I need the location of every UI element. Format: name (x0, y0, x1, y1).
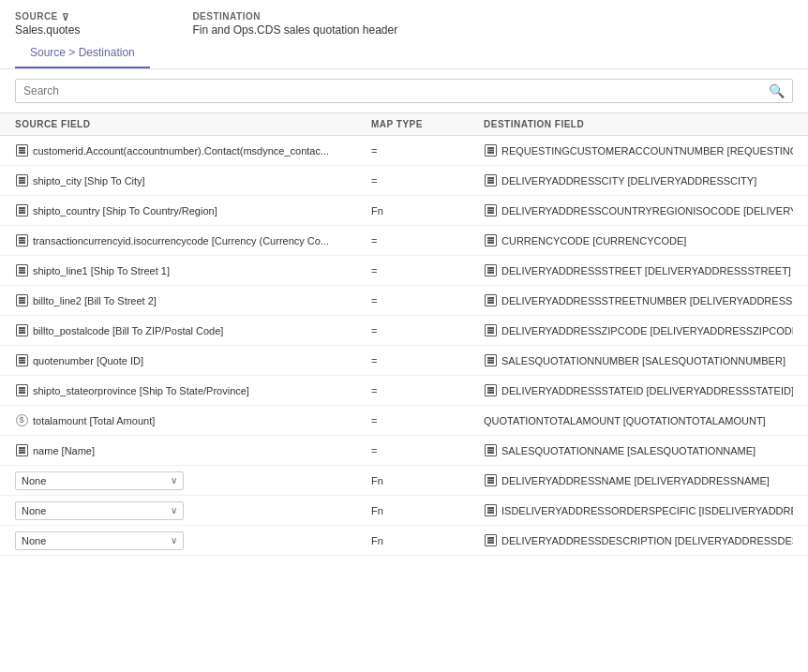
map-type-cell: = (371, 445, 484, 456)
field-icon (484, 504, 497, 517)
dest-cell: SALESQUOTATIONNUMBER [SALESQUOTATIONNUMB… (484, 354, 793, 367)
dest-text: SALESQUOTATIONNUMBER [SALESQUOTATIONNUMB… (501, 355, 786, 366)
dest-text: DELIVERYADDRESSDESCRIPTION [DELIVERYADDR… (501, 535, 793, 546)
destination-label: DESTINATION (192, 11, 397, 22)
table-row: quotenumber [Quote ID]=SALESQUOTATIONNUM… (0, 346, 808, 376)
dest-text: CURRENCYCODE [CURRENCYCODE] (501, 235, 686, 246)
search-input[interactable] (23, 84, 769, 97)
table-row: shipto_country [Ship To Country/Region]F… (0, 196, 808, 226)
dest-text: DELIVERYADDRESSSTREETNUMBER [DELIVERYADD… (501, 295, 793, 306)
table-row: shipto_city [Ship To City]=DELIVERYADDRE… (0, 166, 808, 196)
dest-text: DELIVERYADDRESSCITY [DELIVERYADDRESSCITY… (501, 175, 756, 187)
source-cell: shipto_city [Ship To City] (15, 174, 371, 187)
map-type-cell: = (371, 265, 484, 276)
source-cell: None∨ (15, 531, 371, 550)
table-body: customerid.Account(accountnumber).Contac… (0, 136, 808, 556)
field-icon (484, 324, 497, 337)
source-cell: customerid.Account(accountnumber).Contac… (15, 144, 371, 157)
table-row: shipto_stateorprovince [Ship To State/Pr… (0, 376, 808, 406)
col-source-field: SOURCE FIELD (15, 119, 371, 129)
field-icon (484, 234, 497, 247)
table-row: name [Name]=SALESQUOTATIONNAME [SALESQUO… (0, 436, 808, 466)
source-text: transactioncurrencyid.isocurrencycode [C… (33, 235, 329, 246)
dest-text: DELIVERYADDRESSZIPCODE [DELIVERYADDRESSZ… (501, 325, 793, 336)
map-type-cell: Fn (371, 205, 484, 217)
destination-value: Fin and Ops.CDS sales quotation header (192, 23, 397, 37)
map-type-cell: Fn (371, 475, 484, 486)
source-cell: billto_line2 [Bill To Street 2] (15, 294, 371, 307)
table-row: None∨FnISDELIVERYADDRESSORDERSPECIFIC [I… (0, 496, 808, 526)
table-row: None∨FnDELIVERYADDRESSNAME [DELIVERYADDR… (0, 466, 808, 496)
map-type-cell: Fn (371, 505, 484, 516)
field-icon (15, 384, 28, 397)
none-dropdown[interactable]: None∨ (15, 501, 184, 520)
search-icon: 🔍 (769, 83, 785, 98)
source-text: shipto_stateorprovince [Ship To State/Pr… (33, 385, 249, 396)
table-row: shipto_line1 [Ship To Street 1]=DELIVERY… (0, 256, 808, 286)
dest-cell: QUOTATIONTOTALAMOUNT [QUOTATIONTOTALAMOU… (484, 415, 793, 426)
table-header: SOURCE FIELD MAP TYPE DESTINATION FIELD (0, 112, 808, 136)
field-icon (484, 174, 497, 187)
map-type-cell: = (371, 325, 484, 336)
field-icon (15, 324, 28, 337)
source-cell: None∨ (15, 471, 371, 490)
source-text: shipto_country [Ship To Country/Region] (33, 205, 217, 217)
source-cell: transactioncurrencyid.isocurrencycode [C… (15, 234, 371, 247)
source-header: SOURCE Sales.quotes (15, 11, 80, 37)
dest-cell: DELIVERYADDRESSDESCRIPTION [DELIVERYADDR… (484, 534, 793, 547)
table-row: $totalamount [Total Amount]=QUOTATIONTOT… (0, 406, 808, 436)
col-dest-field: DESTINATION FIELD (484, 119, 793, 129)
source-text: shipto_city [Ship To City] (33, 175, 145, 187)
destination-header: DESTINATION Fin and Ops.CDS sales quotat… (192, 11, 397, 37)
source-cell: name [Name] (15, 444, 371, 457)
map-type-cell: = (371, 415, 484, 426)
dest-text: DELIVERYADDRESSSTATEID [DELIVERYADDRESSS… (501, 385, 793, 396)
map-type-cell: = (371, 175, 484, 187)
source-text: shipto_line1 [Ship To Street 1] (33, 265, 170, 276)
breadcrumb[interactable]: Source > Destination (15, 42, 150, 68)
field-icon (15, 294, 28, 307)
field-icon (15, 264, 28, 277)
source-text: billto_line2 [Bill To Street 2] (33, 295, 157, 306)
dest-cell: DELIVERYADDRESSZIPCODE [DELIVERYADDRESSZ… (484, 324, 793, 337)
field-icon (484, 474, 497, 487)
source-label: SOURCE (15, 11, 80, 22)
field-icon (484, 204, 497, 217)
search-bar[interactable]: 🔍 (15, 79, 793, 103)
source-cell: shipto_line1 [Ship To Street 1] (15, 264, 371, 277)
dest-text: DELIVERYADDRESSSTREET [DELIVERYADDRESSST… (501, 265, 791, 276)
field-icon (484, 294, 497, 307)
source-text: customerid.Account(accountnumber).Contac… (33, 145, 329, 157)
field-icon (15, 234, 28, 247)
col-map-type: MAP TYPE (371, 119, 484, 129)
dest-cell: DELIVERYADDRESSSTREET [DELIVERYADDRESSST… (484, 264, 793, 277)
map-type-cell: = (371, 355, 484, 366)
dest-text: DELIVERYADDRESSNAME [DELIVERYADDRESSNAME… (501, 475, 770, 486)
source-text: billto_postalcode [Bill To ZIP/Postal Co… (33, 325, 223, 336)
dest-cell: DELIVERYADDRESSCOUNTRYREGIONISOCODE [DEL… (484, 204, 793, 217)
dest-cell: DELIVERYADDRESSSTATEID [DELIVERYADDRESSS… (484, 384, 793, 397)
field-icon (15, 444, 28, 457)
none-dropdown[interactable]: None∨ (15, 471, 184, 490)
table-row: customerid.Account(accountnumber).Contac… (0, 136, 808, 166)
source-text: totalamount [Total Amount] (33, 415, 155, 426)
source-cell: billto_postalcode [Bill To ZIP/Postal Co… (15, 324, 371, 337)
dest-text: SALESQUOTATIONNAME [SALESQUOTATIONNAME] (501, 445, 756, 456)
dest-text: ISDELIVERYADDRESSORDERSPECIFIC [ISDELIVE… (501, 505, 793, 516)
money-icon: $ (15, 414, 28, 427)
source-cell: shipto_stateorprovince [Ship To State/Pr… (15, 384, 371, 397)
field-icon (15, 174, 28, 187)
map-type-cell: = (371, 295, 484, 306)
field-icon (484, 264, 497, 277)
dest-cell: DELIVERYADDRESSCITY [DELIVERYADDRESSCITY… (484, 174, 793, 187)
field-icon (15, 204, 28, 217)
field-icon (15, 354, 28, 367)
table-row: None∨FnDELIVERYADDRESSDESCRIPTION [DELIV… (0, 526, 808, 556)
none-dropdown[interactable]: None∨ (15, 531, 184, 550)
field-icon (484, 534, 497, 547)
dest-cell: DELIVERYADDRESSSTREETNUMBER [DELIVERYADD… (484, 294, 793, 307)
table-row: billto_postalcode [Bill To ZIP/Postal Co… (0, 316, 808, 346)
dest-text: DELIVERYADDRESSCOUNTRYREGIONISOCODE [DEL… (501, 205, 793, 217)
field-icon (484, 144, 497, 157)
source-cell: shipto_country [Ship To Country/Region] (15, 204, 371, 217)
